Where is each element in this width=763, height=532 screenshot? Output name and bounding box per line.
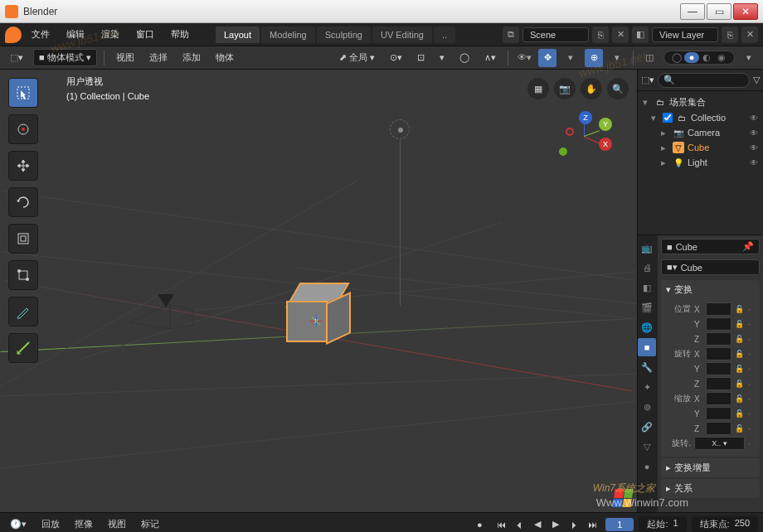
scene-delete-icon[interactable]: ✕ [612, 27, 629, 43]
layer-new-icon[interactable]: ⎘ [722, 27, 738, 43]
breadcrumb[interactable]: ■ Cube 📌 [661, 239, 760, 254]
scene-name-field[interactable]: Scene [522, 27, 589, 42]
tab-sculpting[interactable]: Sculpting [317, 27, 371, 43]
proptab-output-icon[interactable]: 🖨 [638, 259, 656, 277]
viewport-light-object[interactable] [390, 119, 410, 139]
visibility-dropdown-icon[interactable]: 👁▾ [515, 49, 533, 67]
scale-x-field[interactable] [706, 392, 731, 405]
maximize-button[interactable]: ▭ [707, 3, 731, 20]
play-icon[interactable]: ▶ [547, 516, 564, 533]
tab-more[interactable]: .. [434, 27, 455, 43]
scale-z-field[interactable] [706, 422, 731, 435]
mode-dropdown[interactable]: ■ 物体模式 ▾ [33, 49, 97, 66]
proptab-object-icon[interactable]: ■ [638, 338, 656, 356]
lock-icon[interactable]: 🔓 [735, 365, 745, 373]
lock-icon[interactable]: 🔓 [735, 380, 745, 388]
gizmo-grid-icon[interactable]: ▦ [527, 78, 549, 99]
layer-delete-icon[interactable]: ✕ [741, 27, 758, 43]
datablock-name-field[interactable]: ■▾ Cube [661, 259, 760, 275]
end-frame-field[interactable]: 250 [735, 518, 750, 530]
lock-icon[interactable]: 🔓 [735, 394, 745, 403]
jump-end-icon[interactable]: ⏭ [584, 516, 600, 533]
outliner-filter-icon[interactable]: ▽ [753, 75, 760, 85]
scene-new-icon[interactable]: ⎘ [592, 27, 609, 43]
lock-icon[interactable]: 🔓 [735, 409, 745, 418]
tool-measure[interactable] [8, 333, 38, 363]
proptab-viewlayer-icon[interactable]: ◧ [638, 278, 656, 297]
proptab-material-icon[interactable]: ● [638, 457, 656, 476]
tool-cursor[interactable] [8, 114, 38, 144]
editor-type-icon[interactable]: ⬚▾ [5, 51, 28, 65]
start-frame-field[interactable]: 1 [673, 518, 678, 530]
shading-mode-pills[interactable]: ◯●◐◉ [663, 51, 735, 65]
tab-modeling[interactable]: Modeling [261, 27, 315, 43]
outliner-display-mode-icon[interactable]: ⬚▾ [641, 75, 654, 85]
location-z-field[interactable] [706, 332, 731, 346]
keyframe-next-icon[interactable]: ⏵ [566, 516, 582, 533]
menu-help[interactable]: 帮助 [164, 26, 196, 43]
visibility-eye-icon[interactable]: 👁 [750, 128, 758, 138]
visibility-eye-icon[interactable]: 👁 [750, 158, 758, 167]
panel-relations-header[interactable]: ▸ 关系 [661, 479, 760, 498]
viewport-camera-object[interactable] [129, 289, 195, 331]
proptab-scene-icon[interactable]: 🎬 [638, 298, 656, 317]
outliner-scene-collection[interactable]: ▾🗀 场景集合 [639, 94, 761, 110]
xray-toggle-icon[interactable]: ◫ [640, 49, 659, 67]
visibility-eye-icon[interactable]: 👁 [750, 114, 758, 123]
tool-annotate[interactable] [8, 297, 38, 326]
proptab-render-icon[interactable]: 📺 [638, 239, 656, 257]
lock-icon[interactable]: 🔓 [735, 305, 745, 313]
viewlayer-name-field[interactable]: View Layer [652, 27, 718, 42]
timeline-keying[interactable]: 抠像 [70, 516, 98, 532]
header-object[interactable]: 物体 [211, 50, 239, 65]
gizmo-toggle-icon[interactable]: ✥ [538, 49, 556, 67]
play-reverse-icon[interactable]: ◀ [529, 516, 546, 533]
lock-icon[interactable]: 🔓 [735, 335, 745, 343]
pivot-dropdown[interactable]: ⊙▾ [385, 51, 407, 65]
viewport-cube-object[interactable] [286, 289, 348, 351]
menu-render[interactable]: 渲染 [95, 26, 126, 43]
proptab-world-icon[interactable]: 🌐 [638, 318, 656, 336]
menu-edit[interactable]: 编辑 [60, 26, 91, 43]
proptab-modifiers-icon[interactable]: 🔧 [638, 358, 656, 376]
rotation-mode-dropdown[interactable]: X.. ▾ [694, 437, 745, 450]
timeline-view[interactable]: 视图 [103, 516, 131, 532]
gizmo-camera-icon[interactable]: 📷 [554, 78, 576, 99]
lock-icon[interactable]: 🔓 [735, 350, 745, 358]
minimize-button[interactable]: — [680, 3, 705, 20]
scale-y-field[interactable] [706, 407, 731, 420]
header-select[interactable]: 选择 [144, 50, 173, 65]
current-frame-field[interactable]: 1 [605, 518, 634, 531]
tool-transform[interactable] [8, 260, 38, 290]
tool-scale[interactable] [8, 224, 38, 254]
timeline-playback[interactable]: 回放 [36, 516, 65, 532]
tool-move[interactable] [8, 151, 38, 181]
location-y-field[interactable] [706, 317, 731, 331]
tab-layout[interactable]: Layout [216, 27, 260, 43]
menu-file[interactable]: 文件 [25, 26, 56, 43]
panel-delta-header[interactable]: ▸ 变换增量 [661, 458, 760, 477]
autokey-toggle-icon[interactable]: ● [471, 516, 488, 533]
close-button[interactable]: ✕ [733, 3, 758, 20]
snap-dropdown[interactable]: ▾ [435, 51, 450, 65]
axis-navigation-gizmo[interactable]: ZYX [559, 111, 612, 164]
scene-browse-icon[interactable]: ⧉ [503, 27, 519, 43]
timeline-marker[interactable]: 标记 [136, 516, 164, 532]
gizmo-pan-icon[interactable]: ✋ [581, 78, 602, 99]
outliner-item-camera[interactable]: ▸📷 Camera 👁 [639, 125, 761, 140]
header-add[interactable]: 添加 [177, 50, 206, 65]
proptab-particles-icon[interactable]: ✦ [638, 378, 656, 396]
tool-rotate[interactable] [8, 187, 38, 217]
location-x-field[interactable] [706, 302, 731, 316]
panel-transform-header[interactable]: ▾ 变换 [661, 280, 760, 299]
timeline-editor-icon[interactable]: 🕐▾ [5, 517, 32, 531]
header-view[interactable]: 视图 [111, 50, 139, 65]
layer-browse-icon[interactable]: ◧ [632, 27, 649, 43]
tab-uvediting[interactable]: UV Editing [372, 27, 432, 43]
proptab-data-icon[interactable]: ▽ [638, 438, 656, 456]
proportional-dropdown[interactable]: ∧▾ [479, 51, 501, 65]
outliner-search-input[interactable]: 🔍 [658, 73, 750, 88]
shading-dropdown-icon[interactable]: ▾ [740, 49, 758, 67]
jump-start-icon[interactable]: ⏮ [493, 516, 509, 533]
orientation-dropdown[interactable]: ⬈ 全局 ▾ [334, 50, 380, 65]
